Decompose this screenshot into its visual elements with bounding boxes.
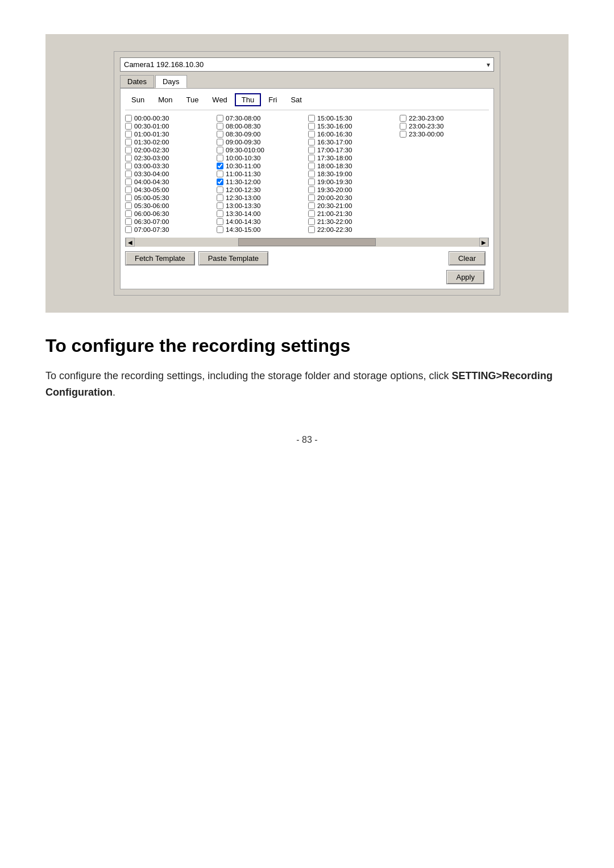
- day-sat[interactable]: Sat: [284, 94, 308, 106]
- timeslot-checkbox[interactable]: [308, 115, 315, 122]
- timeslot-label: 23:30-00:00: [409, 131, 443, 138]
- timeslot-label: 22:00-22:30: [317, 226, 352, 233]
- timeslot-checkbox[interactable]: [217, 194, 223, 201]
- page-number: - 83 -: [45, 435, 569, 445]
- time-item: 22:00-22:30: [308, 226, 397, 233]
- timeslot-checkbox[interactable]: [217, 155, 223, 161]
- timeslot-checkbox[interactable]: [125, 178, 132, 185]
- timeslot-checkbox[interactable]: [217, 178, 223, 185]
- camera-selector[interactable]: Camera1 192.168.10.30 ▾: [120, 57, 494, 72]
- day-thu[interactable]: Thu: [235, 93, 261, 106]
- time-item: 09:00-09:30: [217, 139, 306, 146]
- day-wed[interactable]: Wed: [206, 94, 234, 106]
- scroll-thumb[interactable]: [238, 238, 376, 246]
- time-item: 10:00-10:30: [217, 155, 306, 161]
- timeslot-checkbox[interactable]: [125, 226, 132, 233]
- timeslot-checkbox[interactable]: [308, 186, 315, 193]
- timeslot-checkbox[interactable]: [308, 178, 315, 185]
- timeslot-checkbox[interactable]: [308, 218, 315, 225]
- timeslot-checkbox[interactable]: [217, 139, 223, 146]
- timeslot-checkbox[interactable]: [308, 163, 315, 169]
- timeslot-checkbox[interactable]: [125, 186, 132, 193]
- tab-dates[interactable]: Dates: [120, 75, 154, 88]
- timeslot-checkbox[interactable]: [125, 194, 132, 201]
- timeslot-checkbox[interactable]: [400, 131, 406, 138]
- timeslot-checkbox[interactable]: [308, 155, 315, 161]
- bottom-buttons-row: Fetch Template Paste Template Clear: [125, 251, 489, 265]
- timeslot-checkbox[interactable]: [125, 115, 132, 122]
- timeslot-checkbox[interactable]: [125, 202, 132, 209]
- day-fri[interactable]: Fri: [262, 94, 283, 106]
- timeslot-label: 21:00-21:30: [317, 210, 352, 217]
- timeslot-checkbox[interactable]: [308, 131, 315, 138]
- timeslot-label: 06:30-07:00: [134, 218, 169, 225]
- timeslot-checkbox[interactable]: [125, 139, 132, 146]
- timeslot-label: 01:30-02:00: [134, 139, 169, 146]
- paste-template-button[interactable]: Paste Template: [198, 251, 268, 265]
- timeslot-checkbox[interactable]: [125, 155, 132, 161]
- day-sun[interactable]: Sun: [125, 94, 151, 106]
- timeslot-checkbox[interactable]: [125, 218, 132, 225]
- timeslot-label: 06:00-06:30: [134, 210, 169, 217]
- timeslot-checkbox[interactable]: [217, 131, 223, 138]
- timeslot-checkbox[interactable]: [308, 123, 315, 130]
- camera-label: Camera1 192.168.10.30: [124, 60, 204, 69]
- time-item: 16:30-17:00: [308, 139, 397, 146]
- timeslot-label: 17:00-17:30: [317, 147, 352, 153]
- time-item: 11:00-11:30: [217, 171, 306, 177]
- scroll-right-button[interactable]: ▶: [479, 238, 488, 247]
- day-tue[interactable]: Tue: [180, 94, 205, 106]
- timeslot-label: 16:30-17:00: [317, 139, 352, 146]
- day-mon[interactable]: Mon: [152, 94, 179, 106]
- timeslot-checkbox[interactable]: [125, 147, 132, 153]
- timeslot-label: 14:00-14:30: [226, 218, 260, 225]
- timeslot-checkbox[interactable]: [308, 171, 315, 177]
- timeslot-checkbox[interactable]: [308, 194, 315, 201]
- time-item: [400, 194, 489, 201]
- timeslot-checkbox[interactable]: [308, 202, 315, 209]
- timeslot-checkbox[interactable]: [125, 131, 132, 138]
- scrollbar-row[interactable]: ◀ ▶: [125, 238, 489, 247]
- timeslot-label: 13:00-13:30: [226, 202, 260, 209]
- timeslot-checkbox[interactable]: [217, 147, 223, 153]
- scroll-left-button[interactable]: ◀: [126, 238, 135, 247]
- timeslot-checkbox[interactable]: [125, 210, 132, 217]
- tab-days[interactable]: Days: [155, 75, 187, 88]
- timeslot-checkbox[interactable]: [125, 163, 132, 169]
- timeslot-checkbox[interactable]: [308, 210, 315, 217]
- timeslot-checkbox[interactable]: [217, 186, 223, 193]
- scroll-track: [135, 238, 479, 247]
- timeslot-checkbox[interactable]: [308, 226, 315, 233]
- section-body-part1: To configure the recording settings, inc…: [45, 370, 451, 381]
- timeslot-checkbox[interactable]: [125, 171, 132, 177]
- timeslot-label: 18:30-19:00: [317, 171, 352, 177]
- timeslot-checkbox[interactable]: [125, 123, 132, 130]
- time-item: 18:30-19:00: [308, 171, 397, 177]
- timeslot-checkbox[interactable]: [217, 202, 223, 209]
- time-item: 03:00-03:30: [125, 163, 214, 169]
- timeslot-checkbox[interactable]: [308, 139, 315, 146]
- timeslot-checkbox[interactable]: [400, 115, 406, 122]
- section-body: To configure the recording settings, inc…: [45, 368, 569, 401]
- timeslot-checkbox[interactable]: [400, 123, 406, 130]
- timeslot-label: 22:30-23:00: [409, 115, 443, 122]
- time-item: 18:00-18:30: [308, 163, 397, 169]
- timeslot-checkbox[interactable]: [308, 147, 315, 153]
- time-item: 21:00-21:30: [308, 210, 397, 217]
- section-body-part2: .: [113, 387, 115, 398]
- timeslot-checkbox[interactable]: [217, 171, 223, 177]
- timeslot-checkbox[interactable]: [217, 115, 223, 122]
- time-item: [400, 155, 489, 161]
- fetch-template-button[interactable]: Fetch Template: [125, 251, 195, 265]
- timeslot-label: 09:30-010:00: [226, 147, 264, 153]
- timeslot-checkbox[interactable]: [217, 163, 223, 169]
- timeslot-label: 10:00-10:30: [226, 155, 260, 161]
- clear-button[interactable]: Clear: [449, 251, 486, 265]
- timeslot-checkbox[interactable]: [217, 210, 223, 217]
- days-row: Sun Mon Tue Wed Thu Fri Sat: [125, 93, 489, 110]
- timeslot-label: 02:00-02:30: [134, 147, 169, 153]
- apply-button[interactable]: Apply: [446, 270, 484, 284]
- timeslot-checkbox[interactable]: [217, 123, 223, 130]
- timeslot-checkbox[interactable]: [217, 226, 223, 233]
- timeslot-checkbox[interactable]: [217, 218, 223, 225]
